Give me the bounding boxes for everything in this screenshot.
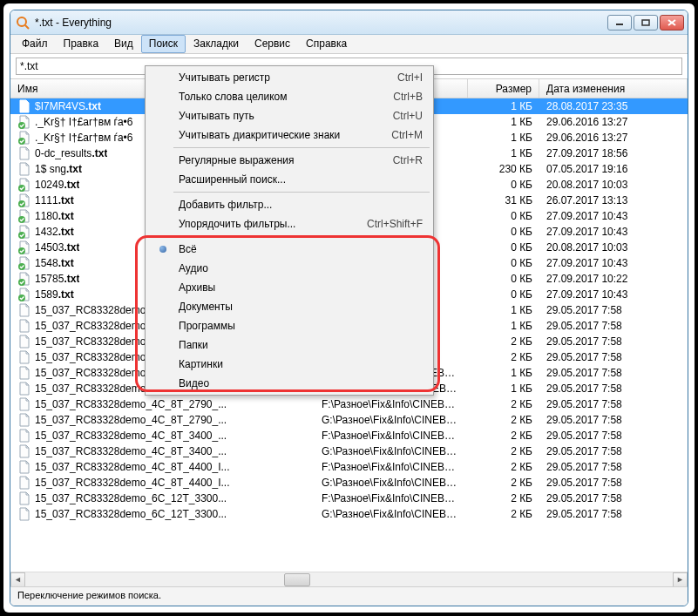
menu-option-label: Папки [173,339,426,351]
file-size: 1 КБ [468,367,539,379]
file-name: 15_037_RC83328demo... [35,320,154,332]
file-name: ._Kr§† I†£ar†вм ѓа•6 [35,116,132,128]
menu-правка[interactable]: Правка [56,35,107,53]
file-icon [17,507,31,521]
file-icon [17,476,31,490]
menu-option[interactable]: Папки [147,335,431,355]
table-row[interactable]: 15_037_RC83328demo_6C_12T_3300...G:\Разн… [10,506,688,522]
menu-option[interactable]: Только слова целикомCtrl+B [147,87,431,106]
maximize-button[interactable] [634,15,658,30]
menu-файл[interactable]: Файл [14,35,56,53]
file-icon [17,460,31,474]
file-icon [17,178,31,192]
horizontal-scrollbar[interactable]: ◄ ► [10,572,688,586]
file-icon [17,444,31,458]
menu-option[interactable]: Картинки [147,355,431,374]
menu-shortcut: Ctrl+Shift+F [367,218,426,230]
file-size: 1 КБ [468,147,539,159]
file-size: 0 КБ [468,257,539,269]
file-icon [17,193,31,207]
file-name: 1589.txt [35,288,74,301]
scroll-right-icon[interactable]: ► [673,572,688,587]
file-name: ._Kr§† I†£ar†вм ѓа•6 [35,132,132,144]
menu-option[interactable]: Упорядочить фильтры...Ctrl+Shift+F [147,214,431,234]
file-size: 0 КБ [468,241,539,254]
file-size: 2 КБ [468,461,539,473]
menu-option-label: Документы [173,301,426,313]
menu-separator [173,236,430,237]
file-name: 15_037_RC83328demo... [35,335,154,348]
file-icon [17,256,31,270]
scroll-left-icon[interactable]: ◄ [10,572,25,587]
menu-option[interactable]: Архивы [147,278,431,297]
file-size: 31 КБ [468,194,539,206]
file-path: G:\Разное\Fix&Info\CINEBENCH R15.038_RC.… [315,445,468,457]
file-size: 2 КБ [468,445,539,457]
file-icon [17,99,31,113]
menu-option[interactable]: Добавить фильтр... [147,195,431,214]
file-path: G:\Разное\Fix&Info\CINEBENCH R15.038_RC.… [315,477,468,489]
table-row[interactable]: 15_037_RC83328demo_4C_8T_2790_...G:\Разн… [10,412,688,428]
menu-option-label: Программы [173,320,426,332]
menu-option-label: Всё [173,243,426,255]
menu-сервис[interactable]: Сервис [247,35,298,53]
menu-option[interactable]: Документы [147,297,431,316]
file-name: 15_037_RC83328demo_4C_8T_3400_... [35,445,227,457]
menu-shortcut: Ctrl+B [393,91,426,103]
menu-option[interactable]: Учитывать путьCtrl+U [147,106,431,125]
table-row[interactable]: 15_037_RC83328demo_4C_8T_4400_I...G:\Раз… [10,475,688,491]
scroll-thumb[interactable] [284,573,310,586]
file-icon [17,382,31,396]
table-row[interactable]: 15_037_RC83328demo_6C_12T_3300...F:\Разн… [10,491,688,506]
table-row[interactable]: 15_037_RC83328demo_4C_8T_3400_...F:\Разн… [10,428,688,443]
menu-option[interactable]: Программы [147,316,431,335]
table-row[interactable]: 15_037_RC83328demo_4C_8T_4400_I...F:\Раз… [10,459,688,475]
column-date[interactable]: Дата изменения [539,79,688,98]
table-row[interactable]: 15_037_RC83328demo_4C_8T_3400_...G:\Разн… [10,443,688,459]
search-menu-dropdown: Учитывать регистрCtrl+IТолько слова цели… [145,65,434,396]
minimize-button[interactable] [607,15,632,30]
column-size[interactable]: Размер [468,79,539,98]
file-date: 29.05.2017 7:58 [539,335,688,348]
file-date: 27.09.2017 10:43 [539,257,688,269]
menu-option-label: Картинки [173,358,426,370]
file-date: 27.09.2017 18:56 [539,147,688,159]
file-size: 2 КБ [468,430,539,442]
menu-option[interactable]: Видео [147,374,431,393]
bullet-icon [159,246,166,253]
window-title: *.txt - Everything [35,17,607,29]
menu-option-label: Архивы [173,281,426,294]
file-icon [17,225,31,239]
file-icon [17,319,31,333]
menu-option[interactable]: Регулярные выраженияCtrl+R [147,151,431,170]
app-icon [16,16,30,30]
file-size: 2 КБ [468,414,539,426]
file-date: 29.05.2017 7:58 [539,382,688,395]
file-icon [17,366,31,380]
file-size: 2 КБ [468,335,539,348]
titlebar[interactable]: *.txt - Everything [10,10,688,35]
close-button[interactable] [660,15,684,30]
file-size: 0 КБ [468,273,539,285]
menu-option[interactable]: Аудио [147,259,431,278]
table-row[interactable]: 15_037_RC83328demo_4C_8T_2790_...F:\Разн… [10,396,688,412]
menu-option[interactable]: Учитывать диакритические знакиCtrl+M [147,125,431,145]
file-path: G:\Разное\Fix&Info\CINEBENCH R15.038_RC.… [315,508,468,520]
file-size: 2 КБ [468,398,539,410]
file-date: 29.05.2017 7:58 [539,351,688,363]
menu-поиск[interactable]: Поиск [141,35,186,53]
file-icon [17,350,31,364]
menu-справка[interactable]: Справка [298,35,355,53]
menu-вид[interactable]: Вид [106,35,141,53]
menu-option-label: Аудио [173,262,426,274]
menu-option[interactable]: Учитывать регистрCtrl+I [147,68,431,87]
menu-закладки[interactable]: Закладки [186,35,247,53]
menu-option[interactable]: Всё [147,240,431,259]
menu-option[interactable]: Расширенный поиск... [147,170,431,189]
file-name: 15_037_RC83328demo_4C_8T_2790_... [35,398,227,410]
file-date: 29.05.2017 7:58 [539,430,688,442]
file-date: 29.06.2016 13:27 [539,132,688,144]
file-date: 27.09.2017 10:43 [539,226,688,238]
menu-shortcut: Ctrl+U [393,110,426,122]
file-name: 15_037_RC83328demo_4C_8T_2790_... [35,414,227,426]
